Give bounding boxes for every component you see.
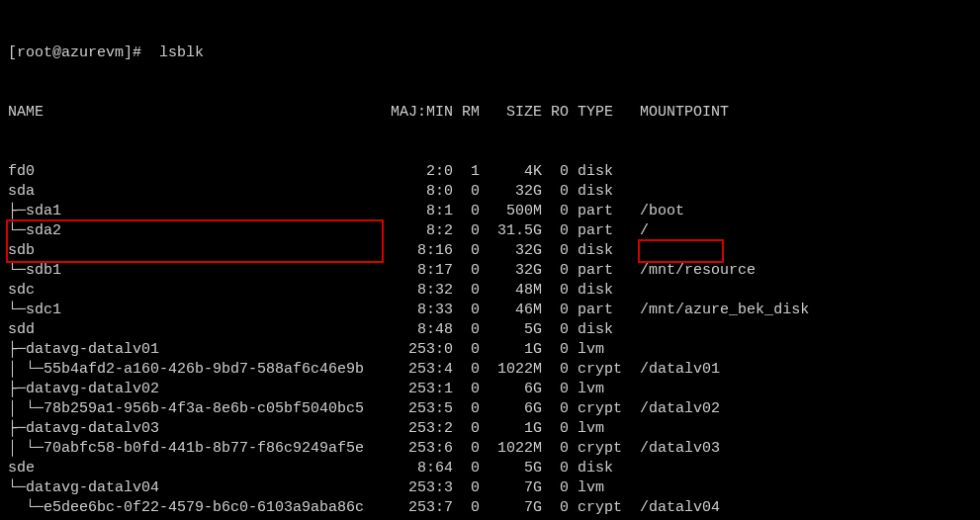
table-row: sdc 8:32 0 48M 0 disk bbox=[8, 281, 972, 301]
table-row: └─datavg-datalv04 253:3 0 7G 0 lvm bbox=[8, 478, 972, 498]
shell-prompt: [root@azurevm]# lsblk bbox=[8, 44, 204, 61]
header-line: NAME MAJ:MIN RM SIZE RO TYPE MOUNTPOINT bbox=[8, 103, 972, 123]
table-row: sdb 8:16 0 32G 0 disk bbox=[8, 241, 972, 261]
table-row: └─sdb1 8:17 0 32G 0 part /mnt/resource bbox=[8, 261, 972, 281]
table-row: └─sda2 8:2 0 31.5G 0 part / bbox=[8, 221, 972, 241]
prompt-line: [root@azurevm]# lsblk bbox=[8, 43, 972, 63]
lsblk-rows: fd0 2:0 1 4K 0 disk sda 8:0 0 32G 0 disk… bbox=[8, 162, 972, 520]
table-row: ├─datavg-datalv01 253:0 0 1G 0 lvm bbox=[8, 340, 972, 360]
table-row: sdd 8:48 0 5G 0 disk bbox=[8, 320, 972, 340]
table-row: │ └─78b259a1-956b-4f3a-8e6b-c05bf5040bc5… bbox=[8, 399, 972, 419]
table-row: ├─datavg-datalv02 253:1 0 6G 0 lvm bbox=[8, 380, 972, 399]
table-row: │ └─55b4afd2-a160-426b-9bd7-588af6c46e9b… bbox=[8, 360, 972, 380]
table-row: sde 8:64 0 5G 0 disk bbox=[8, 459, 972, 478]
table-row: ├─datavg-datalv03 253:2 0 1G 0 lvm bbox=[8, 419, 972, 439]
table-row: └─sdc1 8:33 0 46M 0 part /mnt/azure_bek_… bbox=[8, 301, 972, 320]
table-row: └─e5dee6bc-0f22-4579-b6c0-6103a9aba86c 2… bbox=[8, 498, 972, 518]
table-row: fd0 2:0 1 4K 0 disk bbox=[8, 162, 972, 182]
table-row: │ └─70abfc58-b0fd-441b-8b77-f86c9249af5e… bbox=[8, 439, 972, 459]
table-row: sda 8:0 0 32G 0 disk bbox=[8, 182, 972, 202]
lsblk-header: NAME MAJ:MIN RM SIZE RO TYPE MOUNTPOINT bbox=[8, 104, 729, 121]
table-row: ├─sda1 8:1 0 500M 0 part /boot bbox=[8, 202, 972, 221]
terminal-output: [root@azurevm]# lsblk NAME MAJ:MIN RM SI… bbox=[0, 0, 980, 520]
